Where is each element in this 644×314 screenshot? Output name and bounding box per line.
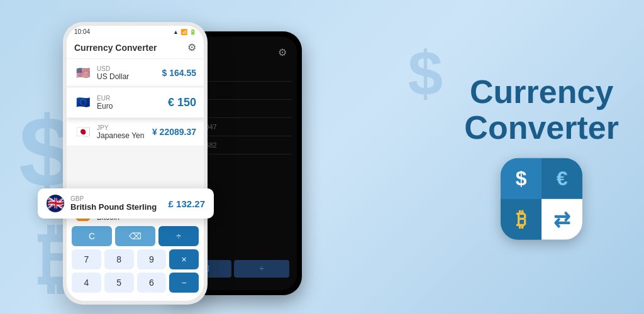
calc-div-btn[interactable]: ÷ — [158, 226, 199, 246]
status-bar: 10:04 ▲ 📶 🔋 — [67, 26, 204, 38]
app-title: Currency Converter — [74, 43, 157, 53]
phones-area: ⚙ $ 132.72 € 120.99 £ 106.68 BTC 0.0047 … — [38, 13, 352, 301]
calc-mul-btn[interactable]: × — [169, 249, 199, 269]
calculator: C ⌫ ÷ 7 8 9 × 4 5 6 − — [67, 221, 204, 301]
flag-usd: 🇺🇸 — [74, 64, 92, 82]
icon-euro: € — [541, 158, 582, 199]
gbp-amount: £ 132.27 — [169, 198, 205, 209]
gbp-name: British Pound Sterling — [70, 202, 164, 212]
calc-8-btn[interactable]: 8 — [104, 249, 134, 269]
calc-6-btn[interactable]: 6 — [137, 273, 167, 293]
calc-4-btn[interactable]: 4 — [72, 273, 101, 293]
calc-sub-btn[interactable]: − — [169, 273, 199, 293]
wifi-icon: 📶 — [180, 29, 187, 35]
flag-jpy: 🇯🇵 — [74, 123, 92, 141]
signal-icon: ▲ — [173, 29, 179, 35]
settings-icon-back[interactable]: ⚙ — [278, 46, 287, 58]
phone-front: 10:04 ▲ 📶 🔋 Currency Converter ⚙ 🇺🇸 — [63, 22, 208, 305]
currency-row-usd[interactable]: 🇺🇸 USD US Dollar $ 164.55 — [67, 59, 204, 87]
icon-exchange: ⇄ — [541, 199, 582, 240]
app-icon[interactable]: $ € ₿ ⇄ — [501, 158, 582, 240]
amount-jpy: ¥ 22089.37 — [152, 127, 196, 137]
back-div-btn[interactable]: ÷ — [234, 260, 289, 278]
settings-icon[interactable]: ⚙ — [187, 41, 196, 53]
icon-bitcoin: ₿ — [501, 199, 541, 240]
app-header: Currency Converter ⚙ — [67, 38, 204, 59]
currency-row-eur[interactable]: 🇪🇺 EUR Euro € 150 — [67, 87, 204, 118]
calc-5-btn[interactable]: 5 — [104, 273, 134, 293]
amount-usd: $ 164.55 — [162, 68, 197, 78]
flag-gbp — [47, 195, 64, 212]
flag-eur: 🇪🇺 — [74, 94, 92, 111]
amount-eur: € 150 — [168, 96, 196, 109]
bg-dollar-symbol-2: $ — [408, 38, 443, 110]
calc-7-btn[interactable]: 7 — [72, 249, 101, 269]
calc-clear-btn[interactable]: C — [72, 226, 112, 246]
battery-icon: 🔋 — [189, 29, 196, 35]
gbp-floating-card[interactable]: GBP British Pound Sterling £ 132.27 — [38, 188, 214, 219]
right-section: Currency Converter $ € ₿ ⇄ — [464, 74, 619, 240]
icon-dollar: $ — [501, 158, 541, 199]
currency-row-jpy[interactable]: 🇯🇵 JPY Japanese Yen ¥ 22089.37 — [67, 118, 204, 146]
time: 10:04 — [74, 28, 90, 35]
app-title-large: Currency Converter — [464, 74, 619, 146]
calc-del-btn[interactable]: ⌫ — [115, 226, 155, 246]
calc-9-btn[interactable]: 9 — [137, 249, 167, 269]
